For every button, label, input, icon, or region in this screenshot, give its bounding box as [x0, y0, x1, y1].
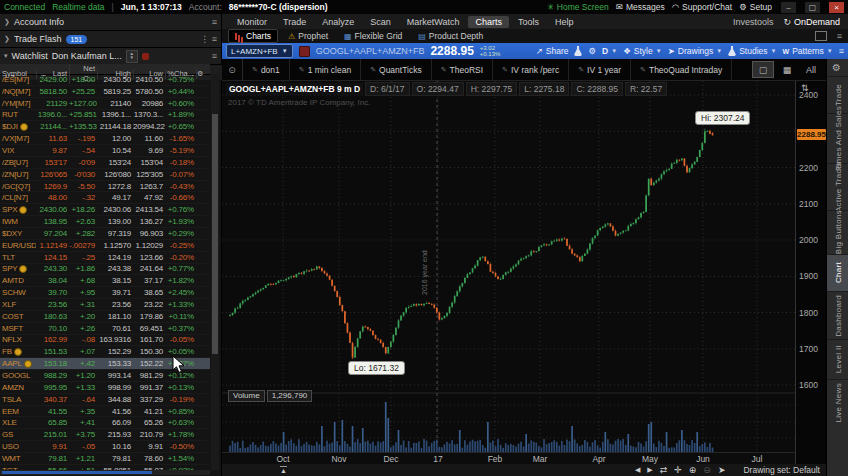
subtab-menu-icon[interactable]: ≡ [837, 31, 842, 41]
sidebar-gear-icon[interactable]: ⚙ [832, 62, 841, 73]
setup-button[interactable]: ⚙Setup [739, 2, 772, 12]
menu-item-tools[interactable]: Tools [511, 16, 546, 28]
ondemand-button[interactable]: ↻OnDemand [783, 17, 840, 27]
chart-tab-1-min-clean[interactable]: ✎1 min clean [290, 59, 361, 80]
drawings-button[interactable]: ➤Drawings▼ [668, 46, 723, 56]
single-chart-view-icon[interactable]: ▢ [752, 61, 774, 78]
pan-left-icon[interactable]: ◀ [635, 466, 640, 474]
watchlist-row[interactable]: AMZN995.95+1.33998.99991.37+0.13% [0, 382, 210, 394]
menu-item-monitor[interactable]: Monitor [230, 16, 274, 28]
style-button[interactable]: ❖Style▼ [623, 46, 661, 56]
support-chat-button[interactable]: ◠Support/Chat [672, 2, 733, 12]
watchlist-scrollbar-thumb[interactable] [212, 114, 218, 354]
watchlist-row[interactable]: NFLX162.99-.08163.9316161.70-0.05% [0, 335, 210, 347]
watchlist-row[interactable]: AMTD38.04+.6838.1537.17+1.82% [0, 275, 210, 287]
link-color-icon[interactable] [299, 46, 310, 57]
subtab-prophet[interactable]: ⚠Prophet [282, 29, 334, 43]
collapse-panel-icon[interactable]: ▲ [280, 466, 287, 474]
watchlist-row[interactable]: EEM41.55+.3541.5641.21+0.85% [0, 406, 210, 418]
watchlist-row[interactable]: GS215.01+3.75215.93210.79+1.78% [0, 429, 210, 441]
sidebar-tab-live-news[interactable]: Live News [827, 379, 848, 425]
watchlist-name-dropdown[interactable]: Don Kaufman L... [52, 51, 122, 61]
minimize-button[interactable]: – [781, 2, 796, 13]
sidebar-tab-times-and-sales[interactable]: Times And Sales [827, 113, 848, 163]
share-button[interactable]: ↗Share [536, 46, 569, 56]
sidebar-tab-chart[interactable]: Chart [827, 254, 848, 291]
chart-tab-theoquad-intraday[interactable]: ✎TheoQuad Intraday [631, 59, 732, 80]
watchlist-row[interactable]: MSFT70.10+.2670.6169.451+0.37% [0, 323, 210, 335]
sidebar-tab-active-trader[interactable]: Active Trader [827, 163, 848, 210]
watchlist-row[interactable]: FB151.53+.07152.29150.30+0.05% [0, 346, 210, 358]
menu-item-scan[interactable]: Scan [363, 16, 398, 28]
menu-item-marketwatch[interactable]: MarketWatch [400, 16, 467, 28]
section-menu-icon[interactable]: ⋮ ≡ [200, 34, 217, 44]
zoom-out-icon[interactable]: ⊖ [703, 465, 711, 475]
sidebar-tab-dashboard[interactable]: Dashboard [827, 291, 848, 339]
price-axis[interactable]: ⇅ 2288.95 <millions> 2400220021002000190… [795, 81, 826, 464]
menu-item-charts[interactable]: Charts [468, 16, 509, 28]
pan-right-icon[interactable]: ▶ [647, 466, 652, 474]
symbol-dropdown[interactable]: L+AMZN+FB▼ [226, 44, 293, 58]
watchlist-row[interactable]: GOOGL988.29+1.20993.14981.29+0.12% [0, 370, 210, 382]
account-number[interactable]: 86******70-C (dispersion) [229, 2, 328, 12]
watchlist-row[interactable]: COST180.63+.20181.10179.86+0.11% [0, 311, 210, 323]
sidebar-tab-big-buttons[interactable]: Big Buttons [827, 210, 848, 254]
watchlist-spinner[interactable]: ▲▼ [126, 50, 138, 63]
low-annotation[interactable]: Lo: 1671.32 [348, 361, 405, 375]
watchlist-section-header[interactable]: ▾ Watchlist Don Kaufman L... ▲▼ ≡ [0, 48, 221, 65]
investools-button[interactable]: Investools [733, 17, 774, 27]
messages-button[interactable]: ✉Messages [616, 2, 665, 12]
chart-tab-iv-1-year[interactable]: ✎IV 1 year [569, 59, 631, 80]
cursor-tool-icon[interactable]: ➤ [718, 465, 726, 475]
watchlist-row[interactable]: $DJI21144...+135.5321144.1820994.22+0.65… [0, 121, 210, 133]
watchlist-row[interactable]: SCHW39.70+.9539.7138.65+2.45% [0, 287, 210, 299]
watchlist-row[interactable]: /ZB[U7]153'17-0'09153'24153'04-0.18% [0, 157, 210, 169]
watchlist-row[interactable]: AAPL153.18+.42153.33152.22+0.27% [0, 358, 210, 370]
watchlist-row[interactable]: /ES[M7]2429.00+18.002430.502410.50+0.75% [0, 74, 210, 86]
home-screen-button[interactable]: ✳Home Screen [547, 2, 609, 12]
menu-item-analyze[interactable]: Analyze [315, 16, 361, 28]
drawing-set-status[interactable]: Drawing set: Default [743, 465, 820, 475]
layout-checkbox-icon[interactable] [815, 31, 827, 41]
watchlist-row[interactable]: /VX[M7]11.63-.19512.0011.60-1.65% [0, 133, 210, 145]
watchlist-row[interactable]: USO9.91-.0510.169.91-0.50% [0, 441, 210, 453]
aggregation-dropdown[interactable]: D▼ [602, 46, 617, 56]
close-button[interactable]: × [829, 2, 844, 13]
patterns-button[interactable]: WPatterns▼ [783, 46, 833, 56]
watchlist-row[interactable]: EUR/USD1.12149-.002791.125701.12029-0.25… [0, 240, 210, 252]
watchlist-row[interactable]: /GC[Q7]1269.9-5.501272.81263.7-0.43% [0, 181, 210, 193]
zoom-in-icon[interactable]: ⊕ [689, 465, 697, 475]
menu-item-help[interactable]: Help [548, 16, 581, 28]
restore-button[interactable]: ▢ [805, 2, 820, 13]
crosshair-icon[interactable]: ✛ [674, 465, 682, 475]
watchlist-row[interactable]: XLE65.85+.4166.0965.26+0.63% [0, 417, 210, 429]
record-dot-icon[interactable] [142, 53, 149, 60]
watchlist-row[interactable]: /YM[M7]21129+127.002114020986+0.60% [0, 98, 210, 110]
studies-button[interactable]: Studies▼ [728, 46, 776, 56]
watchlist-row[interactable]: VIX9.87-.5410.549.69-5.19% [0, 145, 210, 157]
grid-view-icon[interactable]: ▦ [776, 61, 798, 78]
trade-flash-section[interactable]: ❯ Trade Flash 151 ⋮ ≡ [0, 31, 221, 48]
watchlist-row[interactable]: /NQ[M7]5818.50+25.255819.255780.50+0.44% [0, 86, 210, 98]
chart-tab-theorsi[interactable]: ✎TheoRSI [432, 59, 493, 80]
chart-tab-quantticks[interactable]: ✎QuantTicks [361, 59, 432, 80]
watchlist-row[interactable]: /CL[N7]48.00-.3249.1747.92-0.66% [0, 192, 210, 204]
chart-tab-don1[interactable]: ✎don1 [243, 59, 290, 80]
watchlist-row[interactable]: TSLA340.37-.64344.88337.29-0.19% [0, 394, 210, 406]
menu-item-trade[interactable]: Trade [276, 16, 313, 28]
chart-settings-gear-icon[interactable]: ⚙ [588, 46, 596, 56]
all-views-button[interactable]: All [800, 61, 822, 78]
section-menu-icon[interactable]: ≡ [212, 17, 217, 27]
watchlist-row[interactable]: /ZN[U7]126'065-0'030126'080125'305-0.07% [0, 169, 210, 181]
symbolbar-menu-icon[interactable]: ≡ [839, 46, 844, 56]
watchlist-row[interactable]: IWM138.95+2.63139.00136.27+1.93% [0, 216, 210, 228]
watchlist-row[interactable]: RUT1396.0...+25.85171396.1...1370.3...+1… [0, 110, 210, 122]
watchlist-row[interactable]: SPX2430.06+18.262430.062413.54+0.76% [0, 204, 210, 216]
flask-icon[interactable] [574, 46, 582, 56]
subtab-charts[interactable]: Charts [228, 29, 278, 43]
watchlist-row[interactable]: TLT124.15-.25124.19123.66-0.20% [0, 252, 210, 264]
section-menu-icon[interactable]: ≡ [212, 51, 217, 61]
watchlist-row[interactable]: $DXY97.204+.28297.31996.903+0.29% [0, 228, 210, 240]
sidebar-tab-level-ii[interactable]: Level II [827, 339, 848, 379]
subtab-flexible-grid[interactable]: ▦Flexible Grid [338, 29, 408, 43]
